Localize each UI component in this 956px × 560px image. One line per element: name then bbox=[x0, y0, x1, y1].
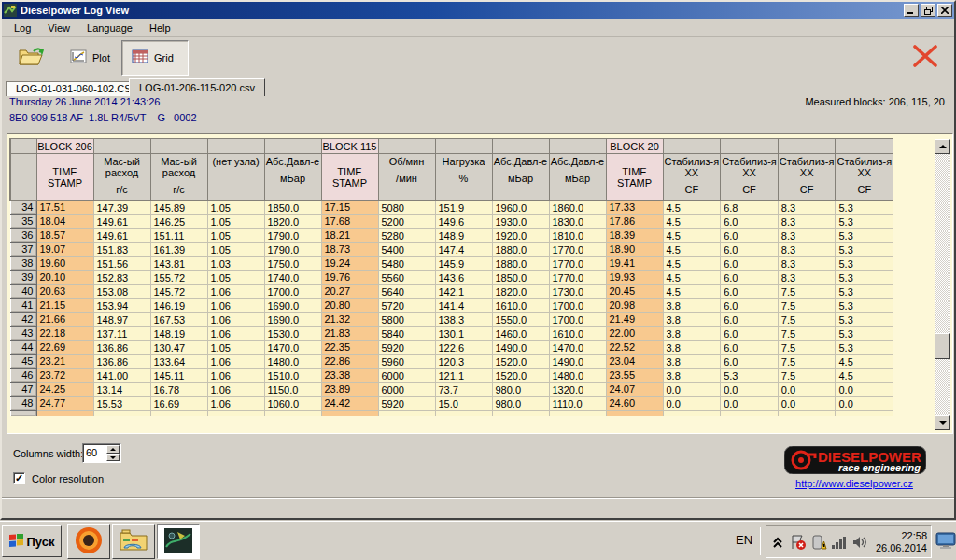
cell[interactable]: 148.19 bbox=[150, 327, 207, 341]
cell[interactable]: 5.3 bbox=[836, 285, 893, 299]
row-number[interactable]: 35 bbox=[10, 215, 36, 229]
volume-icon[interactable] bbox=[851, 534, 868, 551]
cell[interactable]: 6.8 bbox=[721, 201, 779, 215]
cell[interactable]: 19.76 bbox=[321, 271, 378, 285]
cell[interactable]: 5.3 bbox=[836, 229, 893, 243]
cell[interactable]: 145.9 bbox=[435, 257, 492, 271]
cell[interactable]: 147.39 bbox=[93, 201, 150, 215]
cell[interactable]: 1.05 bbox=[207, 215, 264, 229]
cell[interactable]: 130.47 bbox=[150, 341, 207, 355]
cell[interactable]: 151.83 bbox=[93, 243, 150, 257]
cell[interactable]: 5560 bbox=[378, 271, 435, 285]
cell[interactable]: 149.61 bbox=[93, 229, 150, 243]
color-resolution-checkbox[interactable]: ✓ bbox=[13, 472, 25, 484]
cell[interactable]: 1470.0 bbox=[549, 341, 606, 355]
row-number[interactable]: 34 bbox=[10, 201, 36, 215]
cell[interactable]: 7.5 bbox=[778, 313, 836, 327]
cell[interactable]: 20.63 bbox=[36, 285, 93, 299]
cell[interactable]: 1480.0 bbox=[549, 369, 606, 383]
sync-error-flag-icon[interactable] bbox=[790, 534, 807, 551]
taskbar-logview-button[interactable] bbox=[157, 524, 200, 559]
cell[interactable]: 5800 bbox=[378, 313, 435, 327]
cell[interactable]: 0.0 bbox=[721, 383, 779, 397]
cell[interactable]: 138.3 bbox=[435, 313, 492, 327]
cell[interactable]: 153.08 bbox=[93, 285, 150, 299]
cell[interactable]: 23.72 bbox=[36, 369, 93, 383]
cell[interactable]: 136.86 bbox=[93, 355, 150, 369]
restore-button[interactable] bbox=[921, 4, 935, 17]
cell[interactable]: 7.5 bbox=[778, 355, 836, 369]
cell[interactable]: 5.3 bbox=[836, 201, 893, 215]
cell[interactable]: 7.5 bbox=[778, 327, 836, 341]
cell[interactable]: 6.0 bbox=[721, 355, 779, 369]
row-number[interactable]: 45 bbox=[10, 355, 36, 369]
cell[interactable]: 20.27 bbox=[321, 285, 378, 299]
cell[interactable]: 142.1 bbox=[435, 285, 492, 299]
cell[interactable]: 143.81 bbox=[150, 257, 207, 271]
cell[interactable]: 24.60 bbox=[606, 397, 663, 411]
cell[interactable]: 133.64 bbox=[150, 355, 207, 369]
cell[interactable]: 16.69 bbox=[150, 397, 207, 411]
cell[interactable]: 145.89 bbox=[150, 201, 207, 215]
cell[interactable]: 6.0 bbox=[721, 271, 779, 285]
cell[interactable]: 22.00 bbox=[606, 327, 663, 341]
cell[interactable]: 1930.0 bbox=[492, 215, 549, 229]
cell[interactable]: 18.04 bbox=[36, 215, 93, 229]
cell[interactable]: 17.68 bbox=[321, 215, 378, 229]
spinner-up-button[interactable] bbox=[106, 445, 120, 454]
cell[interactable]: 15.53 bbox=[93, 397, 150, 411]
cell[interactable]: 1740.0 bbox=[264, 271, 321, 285]
cell[interactable]: 4.5 bbox=[663, 201, 721, 215]
cell[interactable]: 141.4 bbox=[435, 299, 492, 313]
cell[interactable]: 1110.0 bbox=[549, 397, 606, 411]
plot-button[interactable]: Plot bbox=[60, 40, 120, 76]
cell[interactable]: 1470.0 bbox=[264, 341, 321, 355]
cell[interactable]: 21.15 bbox=[36, 299, 93, 313]
row-number[interactable]: 36 bbox=[10, 229, 36, 243]
cell[interactable]: 19.24 bbox=[321, 257, 378, 271]
cell[interactable]: 1880.0 bbox=[492, 257, 549, 271]
cell[interactable]: 1.06 bbox=[207, 355, 264, 369]
cell[interactable]: 1480.0 bbox=[264, 355, 321, 369]
cell[interactable]: 16.78 bbox=[150, 383, 207, 397]
cell[interactable]: 122.6 bbox=[435, 341, 492, 355]
cell[interactable]: 1520.0 bbox=[492, 369, 549, 383]
cell[interactable]: 1.06 bbox=[207, 285, 264, 299]
cell[interactable]: 18.21 bbox=[321, 229, 378, 243]
language-indicator[interactable]: EN bbox=[736, 533, 752, 547]
cell[interactable]: 5840 bbox=[378, 327, 435, 341]
cell[interactable]: 5480 bbox=[378, 257, 435, 271]
cell[interactable]: 20.10 bbox=[36, 271, 93, 285]
cell[interactable]: 8.3 bbox=[778, 229, 836, 243]
cell[interactable]: 8.3 bbox=[778, 243, 836, 257]
cell[interactable]: 1610.0 bbox=[549, 327, 606, 341]
spinner-down-button[interactable] bbox=[106, 454, 120, 461]
cell[interactable]: 6000 bbox=[378, 383, 435, 397]
cell[interactable]: 4.5 bbox=[663, 243, 721, 257]
cell[interactable]: 1820.0 bbox=[492, 285, 549, 299]
cell[interactable]: 1690.0 bbox=[264, 313, 321, 327]
cell[interactable]: 6.0 bbox=[721, 229, 779, 243]
cell[interactable]: 22.52 bbox=[606, 341, 663, 355]
cell[interactable]: 148.9 bbox=[435, 229, 492, 243]
cell[interactable]: 1770.0 bbox=[549, 257, 606, 271]
cell[interactable]: 6.0 bbox=[721, 257, 779, 271]
cell[interactable]: 5960 bbox=[378, 355, 435, 369]
tab-log-01-031-060-102[interactable]: LOG-01-031-060-102.CSV bbox=[6, 81, 148, 96]
cell[interactable]: 1150.0 bbox=[264, 383, 321, 397]
cell[interactable]: 21.32 bbox=[321, 313, 378, 327]
cell[interactable]: 6.0 bbox=[721, 243, 779, 257]
cell[interactable]: 17.86 bbox=[606, 215, 663, 229]
cell[interactable]: 151.11 bbox=[150, 229, 207, 243]
cell[interactable]: 155.72 bbox=[150, 271, 207, 285]
cell[interactable]: 8.3 bbox=[778, 257, 836, 271]
cell[interactable]: 1.03 bbox=[207, 257, 264, 271]
cell[interactable]: 6.0 bbox=[721, 285, 779, 299]
cell[interactable]: 73.7 bbox=[435, 383, 492, 397]
cell[interactable]: 7.5 bbox=[778, 299, 836, 313]
cell[interactable]: 1880.0 bbox=[492, 243, 549, 257]
cell[interactable]: 7.5 bbox=[778, 369, 836, 383]
cell[interactable]: 6.0 bbox=[721, 313, 779, 327]
cell[interactable]: 4.5 bbox=[663, 257, 721, 271]
cell[interactable]: 23.21 bbox=[36, 355, 93, 369]
